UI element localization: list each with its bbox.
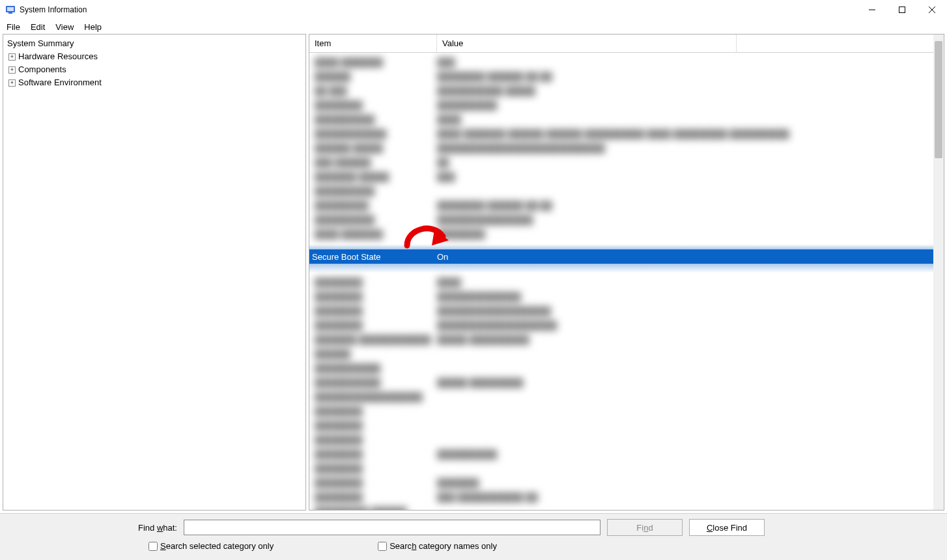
- close-find-button[interactable]: Close Find: [689, 519, 765, 536]
- scrollbar-thumb[interactable]: [935, 41, 942, 158]
- list-header: Item Value: [309, 35, 944, 53]
- find-button[interactable]: Find: [607, 519, 683, 536]
- selection-glow: [309, 264, 944, 273]
- tree-item-hardware-resources[interactable]: + Hardware Resources: [7, 50, 302, 63]
- window-title: System Information: [20, 5, 87, 14]
- window-controls: [857, 0, 947, 20]
- find-input[interactable]: [184, 520, 601, 535]
- checkbox-label: Search category names only: [389, 541, 497, 551]
- category-tree-panel: System Summary + Hardware Resources + Co…: [3, 34, 306, 511]
- minimize-button[interactable]: [857, 0, 887, 20]
- menu-help[interactable]: Help: [79, 21, 107, 33]
- checkbox-input[interactable]: [378, 542, 387, 551]
- menu-edit[interactable]: Edit: [25, 21, 50, 33]
- svg-rect-1: [7, 7, 14, 11]
- tree-item-components[interactable]: + Components: [7, 63, 302, 76]
- blurred-rows-above: ████ ██████████ ██████████████ ██████ ██…: [309, 53, 944, 244]
- selected-row-item: Secure Boot State: [309, 252, 437, 262]
- expand-icon[interactable]: +: [8, 79, 16, 87]
- titlebar: System Information: [0, 0, 947, 20]
- tree-root[interactable]: System Summary: [7, 37, 302, 50]
- search-selected-category-checkbox[interactable]: Search selected category only: [148, 541, 274, 551]
- selected-row-value: On: [437, 252, 448, 262]
- menu-file[interactable]: File: [1, 21, 25, 33]
- selected-row-secure-boot[interactable]: Secure Boot State On: [309, 249, 944, 264]
- column-header-value[interactable]: Value: [437, 35, 737, 52]
- menu-view[interactable]: View: [50, 21, 79, 33]
- blurred-rows-below: ████████████ ██████████████████████ ████…: [309, 273, 944, 510]
- category-tree[interactable]: System Summary + Hardware Resources + Co…: [3, 35, 305, 92]
- scrollbar[interactable]: [933, 35, 944, 510]
- tree-item-label: Components: [18, 63, 66, 76]
- column-header-spacer: [737, 35, 944, 52]
- list-body[interactable]: ████ ██████████ ██████████████ ██████ ██…: [309, 53, 944, 510]
- expand-icon[interactable]: +: [8, 66, 16, 74]
- find-bar: Find what: Find Close Find Search select…: [0, 513, 947, 560]
- app-icon: [5, 5, 16, 15]
- search-category-names-checkbox[interactable]: Search category names only: [378, 541, 497, 551]
- tree-item-label: Hardware Resources: [18, 50, 98, 63]
- svg-rect-4: [899, 7, 905, 13]
- checkbox-label: Search selected category only: [160, 541, 274, 551]
- tree-item-software-environment[interactable]: + Software Environment: [7, 76, 302, 89]
- column-header-item[interactable]: Item: [309, 35, 437, 52]
- checkbox-input[interactable]: [148, 542, 158, 551]
- details-panel: Item Value ████ ██████████ █████████████…: [309, 34, 944, 511]
- tree-item-label: Software Environment: [18, 76, 102, 89]
- svg-rect-2: [8, 12, 12, 14]
- maximize-button[interactable]: [887, 0, 917, 20]
- close-button[interactable]: [917, 0, 947, 20]
- menubar: File Edit View Help: [0, 20, 947, 34]
- find-label: Find what:: [138, 523, 177, 533]
- expand-icon[interactable]: +: [8, 53, 16, 61]
- content-area: System Summary + Hardware Resources + Co…: [0, 34, 947, 513]
- selection-glow: [309, 244, 944, 249]
